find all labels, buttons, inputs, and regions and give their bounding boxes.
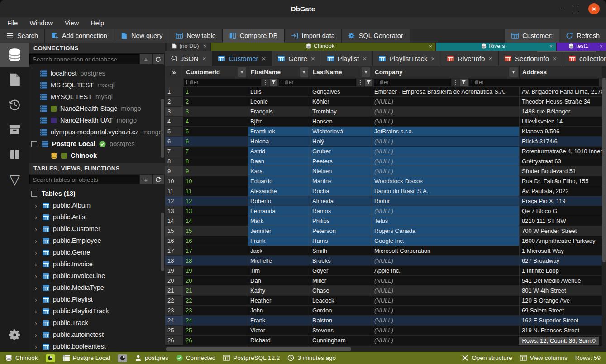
filter-menu-button[interactable]: ⋮ xyxy=(262,79,269,86)
row-number-cell[interactable]: 25 xyxy=(165,326,183,336)
cell-customerid[interactable]: 8 xyxy=(183,156,248,166)
cell-address[interactable]: 1600 Amphitheatre Parkway xyxy=(520,236,606,246)
connection-item[interactable]: MYSQL TESTmysql xyxy=(29,91,165,103)
row-number-cell[interactable]: 9 xyxy=(165,166,183,176)
cell-lastname[interactable]: Köhler xyxy=(310,97,372,107)
cell-firstname[interactable]: Richard xyxy=(248,336,310,345)
cell-lastname[interactable]: Rocha xyxy=(310,186,372,196)
cell-firstname[interactable]: Roberto xyxy=(248,196,310,206)
cell-lastname[interactable]: Smith xyxy=(310,246,372,256)
table-row[interactable]: 1212RobertoAlmeidaRioturPraça Pio X, 119 xyxy=(165,196,606,206)
statusbar-item-rows-59[interactable]: Rows: 59 xyxy=(575,355,601,361)
row-number-cell[interactable]: 6 xyxy=(165,137,183,147)
cell-lastname[interactable]: Gonçalves xyxy=(310,87,372,97)
grid-hscroll-thumb[interactable] xyxy=(166,347,351,351)
sidebar-archive-icon[interactable] xyxy=(0,117,29,142)
close-tab-icon[interactable]: × xyxy=(204,43,207,50)
expand-chevron-icon[interactable]: › xyxy=(33,307,39,315)
cell-address[interactable]: Ullevĺlsveien 14 xyxy=(520,117,606,127)
table-row[interactable]: 2525VictorStevens(NULL)319 N. Frances St… xyxy=(165,326,606,336)
cell-company[interactable]: (NULL) xyxy=(372,286,520,296)
sidebar-gear-icon[interactable] xyxy=(0,322,29,347)
filter-funnel-button[interactable] xyxy=(270,79,277,86)
column-dropdown-icon[interactable]: ▾ xyxy=(509,67,518,77)
table-row[interactable]: 1515JenniferPetersonRogers Canada700 W P… xyxy=(165,226,606,236)
table-row[interactable]: 1010EduardoMartinsWoodstock DiscosRua Dr… xyxy=(165,176,606,186)
cell-company[interactable]: (NULL) xyxy=(372,336,520,345)
row-number-cell[interactable]: 8 xyxy=(165,156,183,166)
cell-lastname[interactable]: Philips xyxy=(310,216,372,226)
search-button[interactable]: Search xyxy=(0,29,44,43)
row-number-cell[interactable]: 17 xyxy=(165,246,183,256)
cell-customerid[interactable]: 21 xyxy=(183,286,248,296)
cell-firstname[interactable]: Jennifer xyxy=(248,226,310,236)
cell-address[interactable]: 69 Salem Street xyxy=(520,306,606,316)
cell-company[interactable]: (NULL) xyxy=(372,326,520,336)
sidebar-triangle-icon[interactable]: ▽ xyxy=(0,167,29,192)
cell-firstname[interactable]: Luís xyxy=(248,87,310,97)
tab-sectioninfo[interactable]: SectionInfo× xyxy=(499,51,563,66)
filter-input-company[interactable] xyxy=(469,79,599,86)
expand-chevron-icon[interactable]: › xyxy=(33,225,39,233)
cell-lastname[interactable]: Stevens xyxy=(310,326,372,336)
cell-firstname[interactable]: Kathy xyxy=(248,286,310,296)
cell-address[interactable]: Rua Dr. Falcăo Filho, 155 xyxy=(520,176,606,186)
filter-funnel-button[interactable] xyxy=(365,79,372,86)
row-number-cell[interactable]: 2 xyxy=(165,97,183,107)
table-row[interactable]: 1717JackSmithMicrosoft Corporation1 Micr… xyxy=(165,246,606,256)
close-tab-icon[interactable]: × xyxy=(549,43,553,50)
close-tab-icon[interactable]: × xyxy=(488,55,492,62)
cell-company[interactable]: (NULL) xyxy=(372,97,520,107)
refresh-button[interactable]: Refresh xyxy=(559,29,606,43)
cell-lastname[interactable]: Leacock xyxy=(310,296,372,306)
tables-scrollbar[interactable] xyxy=(161,213,164,271)
cell-lastname[interactable]: Miller xyxy=(310,276,372,286)
cell-firstname[interactable]: Jack xyxy=(248,246,310,256)
cell-firstname[interactable]: Helena xyxy=(248,137,310,147)
cell-customerid[interactable]: 10 xyxy=(183,176,248,186)
cell-lastname[interactable]: Gruber xyxy=(310,147,372,156)
cell-company[interactable]: (NULL) xyxy=(372,256,520,266)
sidebar-database-icon[interactable] xyxy=(0,43,29,67)
cell-address[interactable]: Rilská 3174/6 xyxy=(520,137,606,147)
grid-vertical-scrollbar[interactable] xyxy=(602,66,606,346)
statusbar-item-postgres[interactable]: postgres xyxy=(135,355,168,361)
sql-generator-button[interactable]: SQL Generator xyxy=(342,29,410,43)
cell-firstname[interactable]: Eduardo xyxy=(248,176,310,186)
db-group-tab-test1[interactable]: test1× xyxy=(557,43,606,51)
cell-company[interactable]: Google Inc. xyxy=(372,236,520,246)
close-tab-icon[interactable]: × xyxy=(429,43,432,50)
column-dropdown-icon[interactable]: ▾ xyxy=(300,67,308,77)
close-tab-icon[interactable]: × xyxy=(363,55,367,62)
expand-chevron-icon[interactable]: › xyxy=(33,296,39,303)
row-number-cell[interactable]: 26 xyxy=(165,336,183,345)
cell-address[interactable]: 801 W 4th Street xyxy=(520,286,606,296)
cell-company[interactable]: (NULL) xyxy=(372,147,520,156)
grid-vscroll-thumb[interactable] xyxy=(602,78,606,262)
add-connection-plus-button[interactable]: + xyxy=(140,54,152,64)
table-item[interactable]: ›public.PlaylistTrack xyxy=(29,305,165,317)
table-row[interactable]: 2222HeatherLeacock(NULL)120 S Orange Ave xyxy=(165,296,606,306)
cell-lastname[interactable]: Ramos xyxy=(310,206,372,216)
cell-customerid[interactable]: 20 xyxy=(183,276,248,286)
cell-firstname[interactable]: Astrid xyxy=(248,147,310,156)
cell-customerid[interactable]: 11 xyxy=(183,186,248,196)
table-item[interactable]: ›public.Artist xyxy=(29,211,165,223)
filter-input-firstname[interactable] xyxy=(279,79,356,86)
cell-customerid[interactable]: 25 xyxy=(183,326,248,336)
tab-playlist[interactable]: Playlist× xyxy=(321,51,373,66)
cell-lastname[interactable]: Holý xyxy=(310,137,372,147)
expand-chevron-icon[interactable]: › xyxy=(33,213,39,221)
cell-company[interactable]: Rogers Canada xyxy=(372,226,520,236)
cell-firstname[interactable]: Frank xyxy=(248,316,310,326)
connections-search-input[interactable] xyxy=(29,54,139,64)
cell-company[interactable]: Telus xyxy=(372,216,520,226)
cell-company[interactable]: (NULL) xyxy=(372,316,520,326)
table-row[interactable]: 1919TimGoyerApple Inc.1 Infinite Loop xyxy=(165,266,606,276)
cell-address[interactable]: Rotenturmstraße 4, 1010 Innere Stadt xyxy=(520,147,606,156)
menu-help[interactable]: Help xyxy=(91,19,104,27)
cell-address[interactable]: 319 N. Frances Street xyxy=(520,326,606,336)
cell-customerid[interactable]: 26 xyxy=(183,336,248,345)
filter-menu-button[interactable]: ⋮ xyxy=(452,79,459,86)
new-query-button[interactable]: New query xyxy=(114,29,169,43)
